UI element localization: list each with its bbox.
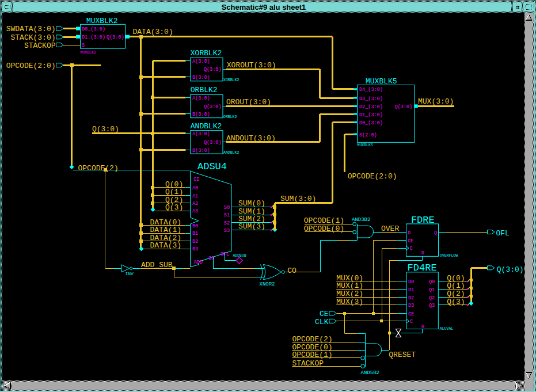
svg-text:S3: S3: [224, 228, 230, 234]
svg-text:OVER: OVER: [381, 224, 399, 233]
svg-text:MUXBLK5: MUXBLK5: [358, 143, 373, 147]
svg-text:D0_(3:0): D0_(3:0): [82, 26, 105, 32]
svg-text:AND5B2: AND5B2: [361, 370, 379, 376]
svg-text:SUM(3:0): SUM(3:0): [280, 195, 316, 203]
svg-text:Q(3): Q(3): [165, 203, 183, 212]
svg-text:S1: S1: [224, 212, 230, 218]
svg-text:C: C: [410, 319, 413, 325]
svg-text:CI: CI: [193, 177, 199, 182]
svg-text:OPCODE(1): OPCODE(1): [304, 216, 344, 225]
svg-text:B(3:0): B(3:0): [192, 148, 210, 154]
svg-text:OVERFLOW: OVERFLOW: [440, 254, 458, 258]
svg-text:Q(3:0): Q(3:0): [204, 104, 222, 110]
svg-text:A2: A2: [192, 201, 198, 207]
svg-text:ORBLK2: ORBLK2: [191, 86, 218, 94]
svg-text:XORBLK2: XORBLK2: [223, 78, 239, 82]
svg-text:OFL: OFL: [496, 229, 510, 238]
svg-text:DATA(3): DATA(3): [150, 241, 182, 250]
svg-text:XOROUT(3:0): XOROUT(3:0): [227, 61, 276, 70]
svg-text:S0: S0: [224, 205, 230, 211]
svg-text:Q(3:0): Q(3:0): [204, 67, 222, 73]
svg-text:B(3:0): B(3:0): [192, 112, 210, 117]
svg-text:D1_(3:0): D1_(3:0): [82, 35, 105, 40]
svg-text:D: D: [408, 230, 410, 236]
svg-text:Schematic#9 alu sheet1: Schematic#9 alu sheet1: [222, 3, 306, 12]
svg-text:SUM(3): SUM(3): [238, 222, 265, 231]
svg-text:XORBLK2: XORBLK2: [191, 49, 222, 58]
svg-text:CLK: CLK: [315, 318, 329, 326]
svg-text:Q0: Q0: [429, 279, 435, 285]
svg-text:A3: A3: [192, 208, 198, 214]
svg-text:R: R: [421, 250, 424, 256]
svg-text:B3: B3: [192, 246, 198, 252]
svg-text:OPCODE(2): OPCODE(2): [78, 164, 119, 173]
svg-text:Q2: Q2: [429, 295, 435, 301]
svg-text:D1: D1: [408, 287, 414, 293]
svg-text:OPCODE(2:0): OPCODE(2:0): [6, 62, 56, 70]
svg-text:D4_(3:0): D4_(3:0): [359, 87, 383, 93]
svg-text:DATA(3:0): DATA(3:0): [133, 28, 173, 36]
svg-text:XNOR2: XNOR2: [260, 281, 275, 287]
svg-text:Q(3): Q(3): [447, 298, 465, 306]
svg-text:OROUT(3:0): OROUT(3:0): [226, 98, 271, 106]
svg-text:ANDBLK2: ANDBLK2: [223, 151, 239, 155]
svg-text:ADD_SUB: ADD_SUB: [141, 261, 173, 269]
svg-text:STACKOP: STACKOP: [24, 41, 56, 50]
svg-text:FD4RE: FD4RE: [408, 262, 437, 273]
svg-text:OPCODE(1): OPCODE(1): [292, 351, 332, 359]
svg-text:ADD: ADD: [194, 260, 203, 265]
svg-text:A(3:0): A(3:0): [192, 131, 210, 137]
svg-text:Q(3:0): Q(3:0): [107, 35, 124, 40]
svg-text:B(3:0): B(3:0): [192, 75, 210, 81]
svg-text:INV: INV: [126, 271, 134, 276]
svg-text:B2: B2: [192, 239, 198, 245]
svg-text:FDRE: FDRE: [411, 215, 435, 226]
svg-text:D0: D0: [408, 279, 414, 285]
svg-text:Q1: Q1: [429, 287, 435, 293]
svg-text:B0: B0: [192, 223, 198, 229]
svg-text:AND3B2: AND3B2: [352, 217, 370, 223]
svg-text:ANDOUT(3:0): ANDOUT(3:0): [226, 134, 276, 143]
svg-text:ANDBLK2: ANDBLK2: [191, 122, 222, 131]
svg-text:R: R: [421, 324, 424, 330]
svg-text:D1_(3:0): D1_(3:0): [359, 112, 383, 118]
svg-text:C: C: [410, 246, 413, 252]
svg-text:CE: CE: [408, 311, 414, 317]
svg-text:A(3:0): A(3:0): [192, 96, 210, 101]
svg-text:MUXBLK2: MUXBLK2: [86, 17, 118, 25]
svg-text:A0: A0: [192, 185, 198, 191]
svg-text:Q3: Q3: [429, 303, 435, 309]
svg-text:Q(3:0): Q(3:0): [204, 140, 222, 146]
svg-text:Q: Q: [434, 230, 437, 236]
svg-text:MUX(1): MUX(1): [336, 281, 363, 290]
svg-text:QRESET: QRESET: [389, 351, 416, 359]
svg-text:MUXBLK5: MUXBLK5: [366, 77, 397, 86]
svg-text:ADSU4: ADSU4: [197, 161, 227, 172]
svg-text:CO: CO: [287, 267, 296, 275]
svg-text:ALUVAL: ALUVAL: [440, 327, 454, 331]
svg-text:OPCODE(2:0): OPCODE(2:0): [348, 172, 397, 181]
svg-text:D2_(3:0): D2_(3:0): [359, 104, 383, 110]
svg-text:A1: A1: [192, 193, 198, 199]
svg-text:Q(3:0): Q(3:0): [394, 104, 412, 110]
svg-text:ORBLK2: ORBLK2: [223, 115, 237, 119]
svg-text:SWDATA(3:0): SWDATA(3:0): [6, 25, 56, 33]
svg-text:S2: S2: [224, 220, 230, 226]
svg-text:Q(3:0): Q(3:0): [497, 265, 524, 274]
svg-text:D3_(3:0): D3_(3:0): [359, 96, 383, 102]
svg-text:S: S: [82, 43, 85, 48]
svg-text:Q(1): Q(1): [447, 281, 465, 290]
svg-text:D3: D3: [408, 303, 414, 309]
svg-text:S(2:0): S(2:0): [359, 132, 377, 138]
svg-text:D0_(3:0): D0_(3:0): [359, 120, 383, 126]
svg-text:MUXBLK2: MUXBLK2: [81, 51, 96, 55]
svg-text:CE: CE: [408, 238, 413, 244]
svg-text:B1: B1: [192, 231, 198, 237]
svg-text:Q(3:0): Q(3:0): [92, 125, 119, 134]
svg-text:MUX(3:0): MUX(3:0): [418, 97, 454, 106]
svg-text:A(3:0): A(3:0): [192, 59, 210, 64]
svg-text:D2: D2: [408, 295, 414, 301]
